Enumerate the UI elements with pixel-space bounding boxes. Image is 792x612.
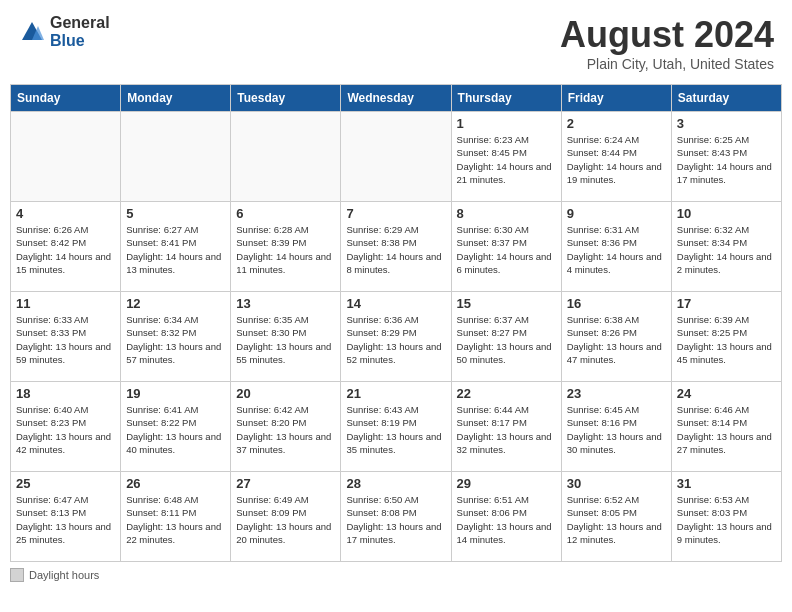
weekday-header-thursday: Thursday — [451, 85, 561, 112]
calendar-cell: 31Sunrise: 6:53 AM Sunset: 8:03 PM Dayli… — [671, 472, 781, 562]
calendar-cell: 10Sunrise: 6:32 AM Sunset: 8:34 PM Dayli… — [671, 202, 781, 292]
day-number: 17 — [677, 296, 776, 311]
calendar-cell: 3Sunrise: 6:25 AM Sunset: 8:43 PM Daylig… — [671, 112, 781, 202]
calendar-cell: 21Sunrise: 6:43 AM Sunset: 8:19 PM Dayli… — [341, 382, 451, 472]
day-number: 28 — [346, 476, 445, 491]
weekday-header-monday: Monday — [121, 85, 231, 112]
calendar-cell: 6Sunrise: 6:28 AM Sunset: 8:39 PM Daylig… — [231, 202, 341, 292]
weekday-header-sunday: Sunday — [11, 85, 121, 112]
day-info: Sunrise: 6:27 AM Sunset: 8:41 PM Dayligh… — [126, 223, 225, 276]
day-number: 7 — [346, 206, 445, 221]
day-info: Sunrise: 6:34 AM Sunset: 8:32 PM Dayligh… — [126, 313, 225, 366]
calendar-cell: 4Sunrise: 6:26 AM Sunset: 8:42 PM Daylig… — [11, 202, 121, 292]
day-info: Sunrise: 6:50 AM Sunset: 8:08 PM Dayligh… — [346, 493, 445, 546]
day-info: Sunrise: 6:44 AM Sunset: 8:17 PM Dayligh… — [457, 403, 556, 456]
title-area: August 2024 Plain City, Utah, United Sta… — [560, 14, 774, 72]
day-info: Sunrise: 6:42 AM Sunset: 8:20 PM Dayligh… — [236, 403, 335, 456]
calendar-cell: 30Sunrise: 6:52 AM Sunset: 8:05 PM Dayli… — [561, 472, 671, 562]
calendar-cell: 11Sunrise: 6:33 AM Sunset: 8:33 PM Dayli… — [11, 292, 121, 382]
calendar-cell: 2Sunrise: 6:24 AM Sunset: 8:44 PM Daylig… — [561, 112, 671, 202]
day-info: Sunrise: 6:52 AM Sunset: 8:05 PM Dayligh… — [567, 493, 666, 546]
calendar-table: SundayMondayTuesdayWednesdayThursdayFrid… — [10, 84, 782, 562]
day-info: Sunrise: 6:39 AM Sunset: 8:25 PM Dayligh… — [677, 313, 776, 366]
day-info: Sunrise: 6:36 AM Sunset: 8:29 PM Dayligh… — [346, 313, 445, 366]
day-number: 18 — [16, 386, 115, 401]
logo-general-text: General — [50, 14, 110, 32]
calendar-cell: 5Sunrise: 6:27 AM Sunset: 8:41 PM Daylig… — [121, 202, 231, 292]
day-info: Sunrise: 6:37 AM Sunset: 8:27 PM Dayligh… — [457, 313, 556, 366]
day-info: Sunrise: 6:33 AM Sunset: 8:33 PM Dayligh… — [16, 313, 115, 366]
footer-note: Daylight hours — [10, 568, 782, 582]
day-number: 23 — [567, 386, 666, 401]
day-number: 22 — [457, 386, 556, 401]
calendar-cell — [341, 112, 451, 202]
day-info: Sunrise: 6:45 AM Sunset: 8:16 PM Dayligh… — [567, 403, 666, 456]
day-info: Sunrise: 6:25 AM Sunset: 8:43 PM Dayligh… — [677, 133, 776, 186]
calendar-cell — [11, 112, 121, 202]
day-info: Sunrise: 6:23 AM Sunset: 8:45 PM Dayligh… — [457, 133, 556, 186]
day-info: Sunrise: 6:26 AM Sunset: 8:42 PM Dayligh… — [16, 223, 115, 276]
calendar-cell: 18Sunrise: 6:40 AM Sunset: 8:23 PM Dayli… — [11, 382, 121, 472]
weekday-header-saturday: Saturday — [671, 85, 781, 112]
calendar-cell: 22Sunrise: 6:44 AM Sunset: 8:17 PM Dayli… — [451, 382, 561, 472]
weekday-header-friday: Friday — [561, 85, 671, 112]
day-number: 27 — [236, 476, 335, 491]
week-row-4: 18Sunrise: 6:40 AM Sunset: 8:23 PM Dayli… — [11, 382, 782, 472]
day-info: Sunrise: 6:29 AM Sunset: 8:38 PM Dayligh… — [346, 223, 445, 276]
calendar-cell: 12Sunrise: 6:34 AM Sunset: 8:32 PM Dayli… — [121, 292, 231, 382]
day-number: 16 — [567, 296, 666, 311]
day-number: 11 — [16, 296, 115, 311]
week-row-5: 25Sunrise: 6:47 AM Sunset: 8:13 PM Dayli… — [11, 472, 782, 562]
day-info: Sunrise: 6:43 AM Sunset: 8:19 PM Dayligh… — [346, 403, 445, 456]
day-number: 13 — [236, 296, 335, 311]
calendar-cell: 20Sunrise: 6:42 AM Sunset: 8:20 PM Dayli… — [231, 382, 341, 472]
calendar-cell: 25Sunrise: 6:47 AM Sunset: 8:13 PM Dayli… — [11, 472, 121, 562]
calendar-cell: 23Sunrise: 6:45 AM Sunset: 8:16 PM Dayli… — [561, 382, 671, 472]
calendar-cell: 27Sunrise: 6:49 AM Sunset: 8:09 PM Dayli… — [231, 472, 341, 562]
logo: General Blue — [18, 14, 110, 49]
month-title: August 2024 — [560, 14, 774, 56]
day-number: 31 — [677, 476, 776, 491]
calendar-cell — [121, 112, 231, 202]
day-number: 12 — [126, 296, 225, 311]
day-info: Sunrise: 6:30 AM Sunset: 8:37 PM Dayligh… — [457, 223, 556, 276]
calendar-cell: 7Sunrise: 6:29 AM Sunset: 8:38 PM Daylig… — [341, 202, 451, 292]
weekday-header-tuesday: Tuesday — [231, 85, 341, 112]
week-row-2: 4Sunrise: 6:26 AM Sunset: 8:42 PM Daylig… — [11, 202, 782, 292]
day-info: Sunrise: 6:41 AM Sunset: 8:22 PM Dayligh… — [126, 403, 225, 456]
calendar-cell: 28Sunrise: 6:50 AM Sunset: 8:08 PM Dayli… — [341, 472, 451, 562]
day-info: Sunrise: 6:47 AM Sunset: 8:13 PM Dayligh… — [16, 493, 115, 546]
day-info: Sunrise: 6:48 AM Sunset: 8:11 PM Dayligh… — [126, 493, 225, 546]
day-number: 26 — [126, 476, 225, 491]
calendar-cell: 24Sunrise: 6:46 AM Sunset: 8:14 PM Dayli… — [671, 382, 781, 472]
day-number: 15 — [457, 296, 556, 311]
day-number: 25 — [16, 476, 115, 491]
weekday-header-wednesday: Wednesday — [341, 85, 451, 112]
day-info: Sunrise: 6:51 AM Sunset: 8:06 PM Dayligh… — [457, 493, 556, 546]
calendar-cell: 26Sunrise: 6:48 AM Sunset: 8:11 PM Dayli… — [121, 472, 231, 562]
day-number: 5 — [126, 206, 225, 221]
calendar-cell — [231, 112, 341, 202]
calendar-cell: 17Sunrise: 6:39 AM Sunset: 8:25 PM Dayli… — [671, 292, 781, 382]
calendar-cell: 16Sunrise: 6:38 AM Sunset: 8:26 PM Dayli… — [561, 292, 671, 382]
day-number: 10 — [677, 206, 776, 221]
day-info: Sunrise: 6:24 AM Sunset: 8:44 PM Dayligh… — [567, 133, 666, 186]
day-number: 9 — [567, 206, 666, 221]
day-number: 20 — [236, 386, 335, 401]
location-title: Plain City, Utah, United States — [560, 56, 774, 72]
day-info: Sunrise: 6:38 AM Sunset: 8:26 PM Dayligh… — [567, 313, 666, 366]
week-row-1: 1Sunrise: 6:23 AM Sunset: 8:45 PM Daylig… — [11, 112, 782, 202]
day-info: Sunrise: 6:35 AM Sunset: 8:30 PM Dayligh… — [236, 313, 335, 366]
calendar-cell: 15Sunrise: 6:37 AM Sunset: 8:27 PM Dayli… — [451, 292, 561, 382]
day-info: Sunrise: 6:31 AM Sunset: 8:36 PM Dayligh… — [567, 223, 666, 276]
week-row-3: 11Sunrise: 6:33 AM Sunset: 8:33 PM Dayli… — [11, 292, 782, 382]
calendar-cell: 8Sunrise: 6:30 AM Sunset: 8:37 PM Daylig… — [451, 202, 561, 292]
logo-blue-text: Blue — [50, 32, 110, 50]
logo-icon — [18, 18, 46, 46]
day-number: 24 — [677, 386, 776, 401]
day-info: Sunrise: 6:46 AM Sunset: 8:14 PM Dayligh… — [677, 403, 776, 456]
day-number: 14 — [346, 296, 445, 311]
calendar-cell: 1Sunrise: 6:23 AM Sunset: 8:45 PM Daylig… — [451, 112, 561, 202]
day-number: 3 — [677, 116, 776, 131]
day-info: Sunrise: 6:53 AM Sunset: 8:03 PM Dayligh… — [677, 493, 776, 546]
